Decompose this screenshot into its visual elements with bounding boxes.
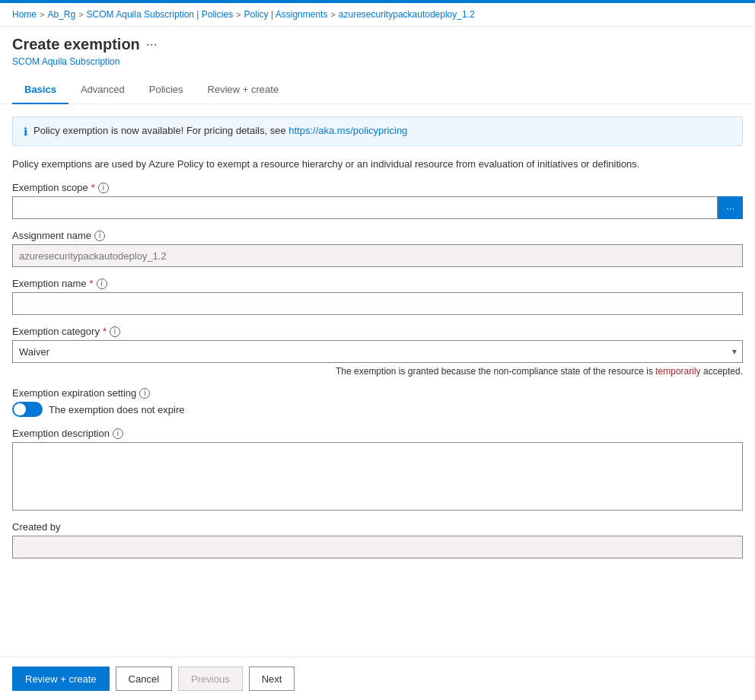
breadcrumb-ab-rg[interactable]: Ab_Rg — [47, 9, 75, 20]
breadcrumb-sep-4: > — [330, 10, 335, 19]
assignment-name-group: Assignment name i — [12, 230, 743, 267]
breadcrumb-policies[interactable]: SCOM Aquila Subscription | Policies — [87, 9, 234, 20]
tab-advanced[interactable]: Advanced — [68, 76, 137, 104]
created-by-input — [12, 536, 743, 558]
review-create-button[interactable]: Review + create — [12, 667, 110, 691]
tab-basics[interactable]: Basics — [12, 76, 68, 104]
page-header: Create exemption ··· — [0, 27, 755, 56]
info-banner: ℹ Policy exemption is now available! For… — [12, 116, 743, 146]
header-menu-icon[interactable]: ··· — [146, 37, 158, 52]
exemption-category-select[interactable]: Waiver Mitigated — [12, 340, 743, 363]
previous-button: Previous — [178, 667, 243, 691]
tab-review-create[interactable]: Review + create — [196, 76, 291, 104]
tab-bar: Basics Advanced Policies Review + create — [0, 76, 755, 104]
exemption-name-tooltip[interactable]: i — [97, 278, 107, 289]
exemption-name-group: Exemption name * i azuresecuritypackauto… — [12, 278, 743, 315]
assignment-name-input[interactable] — [12, 244, 743, 267]
cancel-button[interactable]: Cancel — [116, 667, 172, 691]
breadcrumb-deploy[interactable]: azuresecuritypackautodeploy_1.2 — [339, 9, 475, 20]
expiration-toggle-row: The exemption does not expire — [12, 402, 743, 417]
footer: Review + create Cancel Previous Next — [0, 657, 755, 700]
exemption-scope-tooltip[interactable]: i — [98, 183, 109, 193]
expiration-setting-tooltip[interactable]: i — [139, 388, 150, 399]
expiration-setting-label: Exemption expiration setting i — [12, 387, 743, 399]
tab-policies[interactable]: Policies — [137, 76, 196, 104]
created-by-label: Created by — [12, 521, 743, 533]
exemption-description-tooltip[interactable]: i — [113, 428, 123, 439]
info-banner-text: Policy exemption is now available! For p… — [33, 125, 407, 136]
exemption-category-required: * — [103, 326, 107, 337]
page-title: Create exemption — [12, 36, 140, 53]
breadcrumb-sep-2: > — [78, 10, 83, 19]
expiration-setting-group: Exemption expiration setting i The exemp… — [12, 387, 743, 417]
assignment-name-tooltip[interactable]: i — [94, 231, 105, 241]
exemption-category-tooltip[interactable]: i — [110, 326, 120, 337]
exemption-name-input[interactable]: azuresecuritypackautodeploy_1.2 — [12, 292, 743, 315]
exemption-scope-input[interactable]: Subscription — [12, 196, 718, 219]
exemption-scope-label: Exemption scope * i — [12, 182, 743, 193]
exemption-description-group: Exemption description i — [12, 428, 743, 511]
exemption-description-textarea[interactable] — [12, 442, 743, 511]
exemption-name-label: Exemption name * i — [12, 278, 743, 289]
waiver-description: The exemption is granted because the non… — [12, 366, 743, 377]
info-icon: ℹ — [24, 126, 27, 138]
exemption-scope-browse-button[interactable]: ··· — [718, 196, 743, 219]
exemption-category-select-wrapper: Waiver Mitigated ▾ — [12, 340, 743, 363]
breadcrumb-sep-3: > — [236, 10, 241, 19]
info-banner-link[interactable]: https://aka.ms/policypricing — [288, 125, 407, 136]
exemption-name-required: * — [90, 278, 94, 289]
exemption-category-group: Exemption category * i Waiver Mitigated … — [12, 326, 743, 377]
exemption-scope-group: Exemption scope * i Subscription ··· — [12, 182, 743, 219]
breadcrumb: Home > Ab_Rg > SCOM Aquila Subscription … — [0, 3, 755, 27]
breadcrumb-home[interactable]: Home — [12, 9, 37, 20]
exemption-category-label: Exemption category * i — [12, 326, 743, 337]
page-subtitle: SCOM Aquila Subscription — [0, 56, 755, 76]
expiration-toggle[interactable] — [12, 402, 43, 417]
expiration-toggle-label: The exemption does not expire — [49, 404, 185, 415]
created-by-group: Created by — [12, 521, 743, 558]
exemption-description-label: Exemption description i — [12, 428, 743, 439]
exemption-scope-input-group: Subscription ··· — [12, 196, 743, 219]
assignment-name-label: Assignment name i — [12, 230, 743, 241]
main-content: ℹ Policy exemption is now available! For… — [0, 104, 755, 657]
breadcrumb-assignments[interactable]: Policy | Assignments — [244, 9, 328, 20]
exemption-scope-required: * — [91, 182, 95, 193]
description-text: Policy exemptions are used by Azure Poli… — [12, 158, 743, 170]
breadcrumb-sep-1: > — [40, 10, 44, 19]
next-button[interactable]: Next — [249, 667, 295, 691]
